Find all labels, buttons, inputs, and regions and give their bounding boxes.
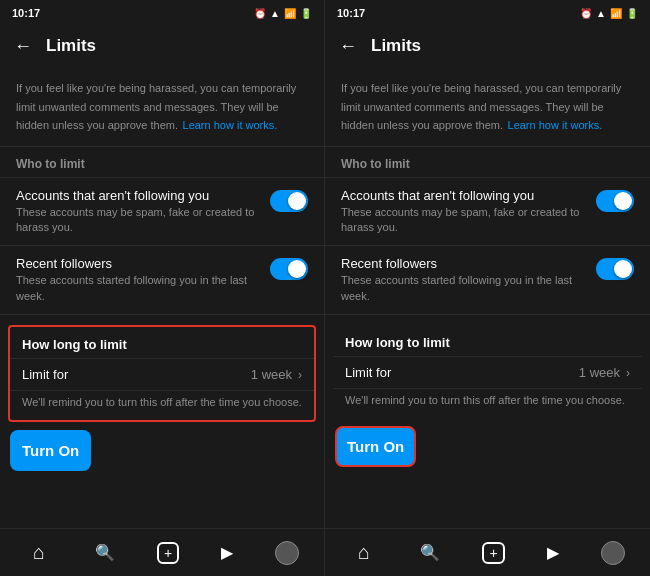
accounts-subtitle-right: These accounts may be spam, fake or crea… [341,205,586,236]
right-panel: 10:17 ⏰ ▲ 📶 🔋 ← Limits If you feel like … [325,0,650,576]
info-link-left[interactable]: Learn how it works. [183,119,278,131]
reels-icon-right[interactable]: ▶ [539,539,567,566]
home-icon-right[interactable]: ⌂ [350,537,378,568]
info-link-right[interactable]: Learn how it works. [508,119,603,131]
back-button-right[interactable]: ← [339,36,357,57]
header-left: ← Limits [0,24,324,68]
followers-toggle-right[interactable] [596,258,634,280]
turn-on-button-left[interactable]: Turn On [10,430,91,471]
signal-icon-right: 📶 [610,8,622,19]
back-button-left[interactable]: ← [14,36,32,57]
chevron-icon-right: › [626,366,630,380]
page-title-left: Limits [46,36,96,56]
how-long-label-left: How long to limit [10,327,314,358]
search-icon-right[interactable]: 🔍 [412,539,448,566]
turn-on-button-right[interactable]: Turn On [335,426,416,467]
status-icons-right: ⏰ ▲ 📶 🔋 [580,8,638,19]
remind-text-left: We'll remind you to turn this off after … [10,391,314,420]
limit-for-text-left: Limit for [22,367,251,382]
time-left: 10:17 [12,7,40,19]
wifi-icon-left: ▲ [270,8,280,19]
add-icon-right[interactable]: + [482,542,504,564]
profile-avatar-right[interactable] [601,541,625,565]
reels-icon-left[interactable]: ▶ [213,539,241,566]
accounts-text-left: Accounts that aren't following you These… [16,188,260,236]
accounts-toggle-left[interactable] [270,190,308,212]
how-long-section-left: How long to limit Limit for 1 week › We'… [8,325,316,422]
followers-title-left: Recent followers [16,256,260,271]
followers-text-right: Recent followers These accounts started … [341,256,586,304]
home-icon-left[interactable]: ⌂ [25,537,53,568]
content-right: If you feel like you're being harassed, … [325,68,650,576]
accounts-title-left: Accounts that aren't following you [16,188,260,203]
who-to-limit-label-right: Who to limit [325,147,650,177]
who-to-limit-label-left: Who to limit [0,147,324,177]
accounts-text-right: Accounts that aren't following you These… [341,188,586,236]
limit-for-text-right: Limit for [345,365,579,380]
profile-avatar-left[interactable] [275,541,299,565]
header-right: ← Limits [325,24,650,68]
status-bar-left: 10:17 ⏰ ▲ 📶 🔋 [0,0,324,24]
accounts-row-left: Accounts that aren't following you These… [0,178,324,246]
bottom-nav-right: ⌂ 🔍 + ▶ [325,528,650,576]
accounts-toggle-right[interactable] [596,190,634,212]
followers-text-left: Recent followers These accounts started … [16,256,260,304]
accounts-row-right: Accounts that aren't following you These… [325,178,650,246]
search-icon-left[interactable]: 🔍 [87,539,123,566]
how-long-label-right: How long to limit [333,325,642,356]
info-box-right: If you feel like you're being harassed, … [325,68,650,146]
status-bar-right: 10:17 ⏰ ▲ 📶 🔋 [325,0,650,24]
followers-title-right: Recent followers [341,256,586,271]
battery-icon-left: 🔋 [300,8,312,19]
followers-toggle-left[interactable] [270,258,308,280]
how-long-section-right: How long to limit Limit for 1 week › We'… [333,325,642,418]
chevron-icon-left: › [298,368,302,382]
info-box-left: If you feel like you're being harassed, … [0,68,324,146]
content-left: If you feel like you're being harassed, … [0,68,324,576]
alarm-icon-left: ⏰ [254,8,266,19]
remind-text-right: We'll remind you to turn this off after … [333,389,642,418]
add-icon-left[interactable]: + [157,542,179,564]
accounts-subtitle-left: These accounts may be spam, fake or crea… [16,205,260,236]
left-panel: 10:17 ⏰ ▲ 📶 🔋 ← Limits If you feel like … [0,0,325,576]
limit-for-row-right[interactable]: Limit for 1 week › [333,357,642,388]
alarm-icon-right: ⏰ [580,8,592,19]
followers-subtitle-left: These accounts started following you in … [16,273,260,304]
battery-icon-right: 🔋 [626,8,638,19]
signal-icon-left: 📶 [284,8,296,19]
limit-for-row-left[interactable]: Limit for 1 week › [10,359,314,390]
bottom-nav-left: ⌂ 🔍 + ▶ [0,528,324,576]
limit-value-right: 1 week [579,365,620,380]
status-icons-left: ⏰ ▲ 📶 🔋 [254,8,312,19]
wifi-icon-right: ▲ [596,8,606,19]
page-title-right: Limits [371,36,421,56]
accounts-title-right: Accounts that aren't following you [341,188,586,203]
followers-row-left: Recent followers These accounts started … [0,246,324,314]
followers-subtitle-right: These accounts started following you in … [341,273,586,304]
followers-row-right: Recent followers These accounts started … [325,246,650,314]
time-right: 10:17 [337,7,365,19]
limit-value-left: 1 week [251,367,292,382]
